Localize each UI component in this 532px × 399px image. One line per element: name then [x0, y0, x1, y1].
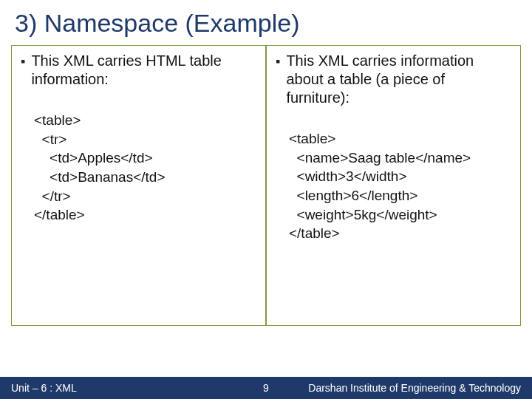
footer-org: Darshan Institute of Engineering & Techn…	[308, 382, 532, 394]
bullet-icon: ▪	[21, 53, 25, 70]
left-code-block: <table> <tr> <td>Apples</td> <td>Bananas…	[21, 111, 256, 225]
right-column: ▪ This XML carries information about a t…	[266, 45, 521, 326]
right-bullet-text: This XML carries information about a tab…	[286, 52, 511, 107]
bullet-icon: ▪	[276, 53, 280, 70]
content-columns: ▪ This XML carries HTML table informatio…	[0, 45, 532, 326]
right-bullet-row: ▪ This XML carries information about a t…	[276, 52, 511, 107]
left-column: ▪ This XML carries HTML table informatio…	[11, 45, 266, 326]
footer-unit: Unit – 6 : XML	[0, 382, 77, 394]
slide-title: 3) Namespace (Example)	[0, 0, 532, 45]
footer-bar: Unit – 6 : XML 9 Darshan Institute of En…	[0, 377, 532, 399]
left-bullet-row: ▪ This XML carries HTML table informatio…	[21, 52, 256, 89]
left-bullet-text: This XML carries HTML table information:	[31, 52, 256, 89]
right-code-block: <table> <name>Saag table</name> <width>3…	[276, 129, 511, 243]
footer-page-number: 9	[263, 382, 269, 394]
